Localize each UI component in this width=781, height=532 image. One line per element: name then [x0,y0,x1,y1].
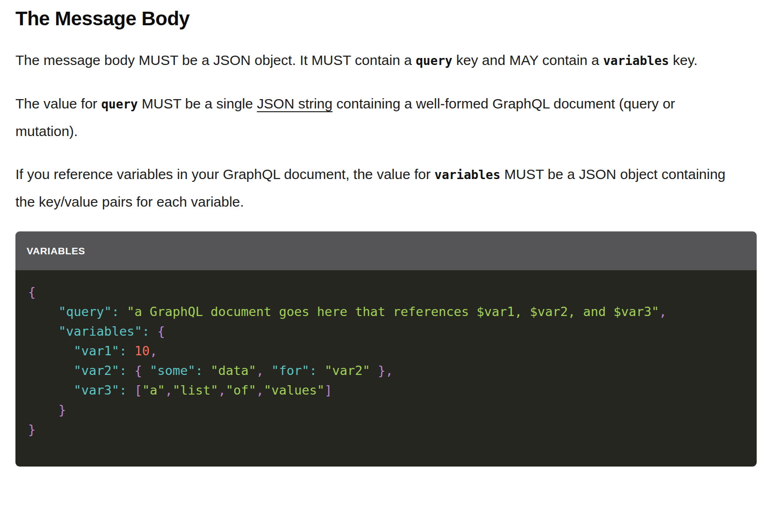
code-token: } [58,403,66,417]
code-token: { [157,324,165,338]
inline-code: variables [434,168,500,182]
code-token: { [135,363,142,378]
paragraph-text: The value for [15,96,101,111]
inline-code: variables [603,54,669,68]
code-token: , [659,304,666,319]
code-token [370,363,378,378]
code-line: } [28,400,744,420]
code-line: } [28,420,744,439]
code-token: "some": [150,363,203,378]
code-token: ] [325,383,332,397]
code-line: "var2": { "some": "data", "for": "var2" … [28,361,744,381]
code-block-label: VARIABLES [27,245,85,257]
code-line: "var3": ["a","list","of","values"] [28,381,744,400]
code-token [28,304,58,319]
code-token [28,344,74,358]
code-token [203,363,210,378]
code-token [127,363,134,378]
code-token: "for": [271,363,317,378]
code-token [264,363,271,378]
code-token: 10 [135,344,150,358]
code-token: { [28,285,36,299]
article: The Message Body The message body MUST b… [0,0,781,467]
code-token: [ [135,383,142,397]
code-token: "data" [210,363,256,378]
code-token [127,383,134,397]
code-token: "query": [58,304,119,319]
code-token [150,324,157,338]
code-token: "values" [264,383,325,397]
paragraph-text: The message body MUST be a JSON object. … [15,52,416,68]
code-token [127,344,134,358]
paragraph-text: MUST be a single [138,96,257,111]
code-block-header: VARIABLES [15,231,757,270]
code-token [28,324,58,338]
code-token [317,363,325,378]
code-token: "var1": [74,344,127,358]
code-content: { "query": "a GraphQL document goes here… [15,270,757,467]
paragraphs-container: The message body MUST be a JSON object. … [15,47,757,216]
code-token [28,383,74,397]
code-line: { [28,282,744,302]
code-token: "variables": [58,324,150,338]
code-token: "list" [173,383,218,397]
code-line: "var1": 10, [28,341,744,361]
code-token: "a" [142,383,165,397]
code-line: "variables": { [28,322,744,341]
code-token: }, [378,363,393,378]
inline-code: query [416,54,452,68]
code-token [142,363,150,378]
code-token: , [256,363,264,378]
code-token [28,403,58,417]
code-token [119,304,127,319]
paragraph-text: key and MAY contain a [452,52,603,68]
code-line: "query": "a GraphQL document goes here t… [28,302,744,322]
code-token [28,363,74,378]
paragraph: The value for query MUST be a single JSO… [15,90,738,145]
paragraph: If you reference variables in your Graph… [15,161,738,216]
paragraph: The message body MUST be a JSON object. … [15,47,738,74]
paragraph-text: If you reference variables in your Graph… [15,166,434,182]
code-token: "var2" [325,363,370,378]
paragraph-text: key. [669,52,698,68]
code-token: , [256,383,264,397]
code-token: "of" [226,383,256,397]
code-token: } [28,422,36,437]
code-block: VARIABLES { "query": "a GraphQL document… [15,231,757,467]
code-token: "var3": [74,383,127,397]
code-token: , [150,344,157,358]
page-title: The Message Body [15,7,757,30]
inline-code: query [101,97,137,111]
code-token: , [165,383,173,397]
json-string-link[interactable]: JSON string [257,96,333,111]
code-token: , [218,383,225,397]
code-token: "var2": [74,363,127,378]
code-token: "a GraphQL document goes here that refer… [127,304,659,319]
